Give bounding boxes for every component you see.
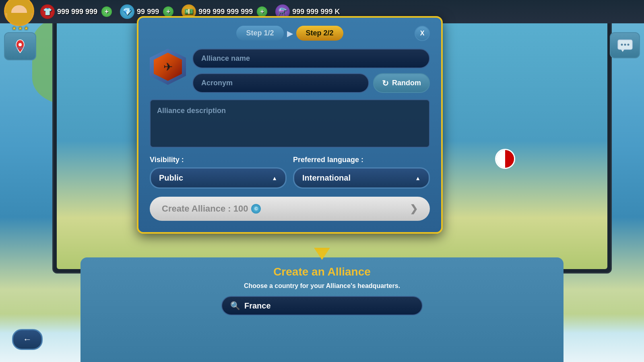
add-clothing-button[interactable]: +: [101, 6, 112, 17]
star-2: ★: [18, 25, 23, 31]
right-nav: [610, 32, 640, 58]
shirt-icon: 👕: [40, 4, 55, 19]
alliance-badge[interactable]: ✈: [150, 49, 186, 85]
language-arrow-icon: ▲: [415, 175, 421, 181]
gem-icon: 💎: [120, 4, 134, 19]
step2-button[interactable]: Step 2/2: [296, 26, 343, 41]
create-arrow-icon: ❯: [410, 203, 418, 214]
badge-hex-inner: ✈: [154, 53, 182, 81]
alliance-icon-area: ✈ ↻ Random: [150, 49, 430, 93]
resource-clothing: 👕 999 999 999 +: [40, 4, 112, 19]
random-label: Random: [392, 79, 421, 87]
svg-point-2: [621, 43, 623, 45]
stars-row: ★ ★ ★: [12, 25, 29, 31]
bottom-panel: Create an Alliance Choose a country for …: [80, 257, 564, 362]
svg-point-4: [627, 43, 629, 45]
alliance-description-input[interactable]: [150, 99, 430, 148]
svg-point-3: [624, 43, 626, 45]
random-button[interactable]: ↻ Random: [373, 73, 430, 93]
dropdowns-row: Visibility : Public ▲ Preferred language…: [150, 156, 430, 189]
visibility-label: Visibility :: [150, 156, 287, 164]
search-icon: 🔍: [230, 301, 240, 311]
close-modal-button[interactable]: X: [415, 26, 430, 41]
language-label: Preferred language :: [293, 156, 430, 164]
triangle-connector: [314, 248, 330, 260]
step-header: Step 1/2 ▶ Step 2/2 X: [150, 26, 430, 41]
visibility-value: Public: [159, 173, 183, 183]
language-group: Preferred language : International ▲: [293, 156, 430, 189]
language-dropdown[interactable]: International ▲: [293, 167, 430, 189]
add-money-button[interactable]: +: [257, 6, 267, 17]
visibility-arrow-icon: ▲: [272, 175, 277, 181]
map-nav-button[interactable]: [4, 32, 36, 60]
visibility-group: Visibility : Public ▲: [150, 156, 287, 189]
left-nav: [4, 32, 36, 60]
visibility-dropdown[interactable]: Public ▲: [150, 167, 287, 189]
chat-icon: [616, 37, 634, 54]
country-search-bar[interactable]: 🔍 France: [221, 296, 423, 315]
player-avatar[interactable]: ★ ★ ★: [4, 0, 36, 28]
add-gem-button[interactable]: +: [163, 6, 173, 17]
bottom-panel-description: Choose a country for your Alliance's hea…: [93, 282, 551, 290]
back-button[interactable]: ←: [12, 329, 43, 350]
alliance-name-input[interactable]: [192, 49, 430, 68]
plane-icon: ✈: [163, 60, 173, 74]
acronym-row: ↻ Random: [192, 73, 430, 93]
star-3: ★: [24, 25, 29, 31]
flag-white-half: [496, 150, 505, 168]
create-alliance-button[interactable]: Create Alliance : 100 © ❯: [150, 197, 430, 221]
form-fields: ↻ Random: [192, 49, 430, 93]
clothing-value: 999 999 999: [57, 8, 97, 16]
step-arrow-icon: ▶: [287, 29, 293, 38]
search-value: France: [244, 301, 271, 311]
random-icon: ↻: [382, 78, 389, 88]
flag-icon: [495, 149, 515, 169]
flag-marker: [495, 149, 515, 169]
svg-point-0: [19, 43, 22, 46]
create-btn-content: Create Alliance : 100 ©: [162, 204, 261, 214]
bottom-panel-title: Create an Alliance: [93, 265, 551, 278]
star-1: ★: [12, 25, 17, 31]
research-value: 999 999 999 K: [292, 8, 340, 16]
avatar-hair-long: [7, 13, 31, 25]
acronym-input[interactable]: [192, 73, 369, 93]
badge-hex-outer: ✈: [150, 49, 186, 85]
money-value: 999 999 999 999: [198, 8, 253, 16]
language-value: International: [302, 173, 351, 183]
flag-red-half: [505, 150, 514, 168]
cost-currency-icon: ©: [251, 204, 261, 214]
step1-button[interactable]: Step 1/2: [236, 26, 283, 41]
map-icon: [12, 38, 28, 54]
chat-button[interactable]: [610, 32, 640, 58]
gem-value: 99 999: [137, 8, 159, 16]
create-btn-label: Create Alliance : 100: [162, 204, 248, 214]
create-alliance-modal: Step 1/2 ▶ Step 2/2 X ✈ ↻ Random: [137, 16, 443, 234]
